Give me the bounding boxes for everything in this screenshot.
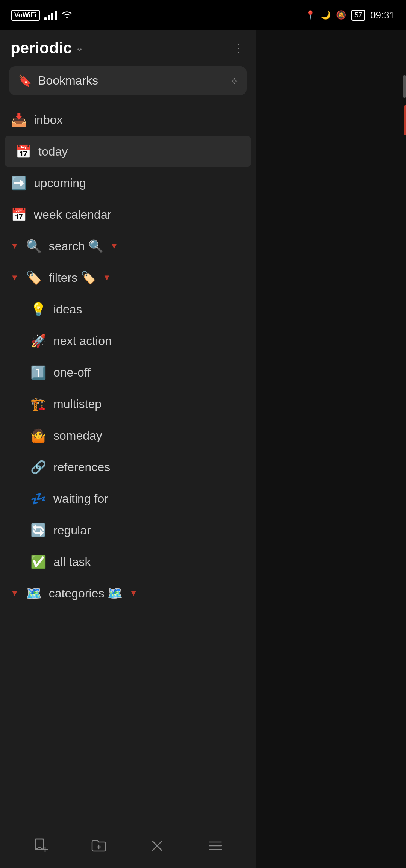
inbox-icon: 📥 <box>11 112 27 127</box>
status-bar: VoWiFi 📍 🌙 🔕 57 09:31 <box>0 0 406 30</box>
sidebar-item-today[interactable]: 📅 today <box>5 136 251 167</box>
svg-rect-0 <box>35 839 44 850</box>
ideas-icon: 💡 <box>30 302 47 317</box>
categories-collapse-arrow: ▼ <box>11 588 19 598</box>
sidebar-item-upcoming[interactable]: ➡️ upcoming <box>0 167 256 199</box>
bookmarks-expand-icon: ⟡ <box>231 75 238 86</box>
scroll-indicator <box>403 75 406 98</box>
filters-label: filters 🏷️ <box>49 271 96 285</box>
app-header: periodic ⌄ ⋮ <box>0 30 256 63</box>
upcoming-label: upcoming <box>34 176 86 190</box>
search-icon: 🔍 <box>26 239 42 254</box>
signal-bar-1 <box>44 17 47 20</box>
battery-indicator: 57 <box>351 10 365 21</box>
today-label: today <box>38 145 68 159</box>
someday-label: someday <box>53 429 102 443</box>
next-action-icon: 🚀 <box>30 333 47 348</box>
add-folder-button[interactable] <box>83 834 115 858</box>
menu-button[interactable] <box>200 834 231 858</box>
sidebar-item-references[interactable]: 🔗 references <box>0 451 256 483</box>
regular-label: regular <box>53 523 91 537</box>
sidebar: periodic ⌄ ⋮ 🔖 Bookmarks ⟡ 📥 inbox 📅 to <box>0 30 256 868</box>
nav-list: 📥 inbox 📅 today ➡️ upcoming 📅 week calen… <box>0 101 256 823</box>
main-container: periodic ⌄ ⋮ 🔖 Bookmarks ⟡ 📥 inbox 📅 to <box>0 30 406 868</box>
next-action-label: next action <box>53 334 112 348</box>
app-title-text: periodic <box>11 39 72 57</box>
sidebar-item-next-action[interactable]: 🚀 next action <box>0 325 256 357</box>
waiting-for-label: waiting for <box>53 492 108 506</box>
regular-icon: 🔄 <box>30 523 47 538</box>
all-task-icon: ✅ <box>30 554 47 569</box>
hamburger-menu-icon <box>207 838 224 854</box>
filters-collapse-arrow: ▼ <box>11 273 19 283</box>
sidebar-item-regular[interactable]: 🔄 regular <box>0 514 256 546</box>
location-icon: 📍 <box>305 10 315 20</box>
sidebar-item-one-off[interactable]: 1️⃣ one-off <box>0 357 256 388</box>
bookmarks-label: Bookmarks <box>38 74 98 88</box>
right-panel <box>256 30 406 868</box>
sidebar-item-categories[interactable]: ▼ 🗺️ categories 🗺️ ▼ <box>0 578 256 609</box>
sidebar-item-waiting-for[interactable]: 💤 waiting for <box>0 483 256 514</box>
bell-muted-icon: 🔕 <box>336 10 346 20</box>
status-right: 📍 🌙 🔕 57 09:31 <box>305 9 395 21</box>
filters-options-arrow: ▼ <box>103 273 111 283</box>
red-side-indicator <box>404 105 406 135</box>
one-off-icon: 1️⃣ <box>30 365 47 380</box>
waiting-for-icon: 💤 <box>30 491 47 506</box>
sidebar-item-filters[interactable]: ▼ 🏷️ filters 🏷️ ▼ <box>0 262 256 293</box>
multistep-icon: 🏗️ <box>30 396 47 411</box>
week-calendar-label: week calendar <box>34 208 111 222</box>
sidebar-item-multistep[interactable]: 🏗️ multistep <box>0 388 256 420</box>
add-folder-icon <box>91 838 107 854</box>
today-icon: 📅 <box>15 144 32 159</box>
references-icon: 🔗 <box>30 460 47 475</box>
one-off-label: one-off <box>53 366 91 380</box>
signal-bar-2 <box>48 15 50 20</box>
close-icon <box>149 838 165 854</box>
someday-icon: 🤷 <box>30 428 47 443</box>
search-collapse-arrow: ▼ <box>11 241 19 251</box>
signal-bar-4 <box>55 11 57 20</box>
multistep-label: multistep <box>53 397 102 411</box>
categories-icon: 🗺️ <box>26 586 42 601</box>
close-button[interactable] <box>141 834 173 858</box>
sidebar-item-someday[interactable]: 🤷 someday <box>0 420 256 451</box>
search-label: search 🔍 <box>49 239 103 253</box>
more-options-button[interactable]: ⋮ <box>232 41 245 55</box>
sidebar-item-all-task[interactable]: ✅ all task <box>0 546 256 578</box>
ideas-label: ideas <box>53 302 82 316</box>
add-bookmark-icon <box>32 838 49 854</box>
sidebar-item-ideas[interactable]: 💡 ideas <box>0 293 256 325</box>
sidebar-item-search[interactable]: ▼ 🔍 search 🔍 ▼ <box>0 230 256 262</box>
sidebar-item-week-calendar[interactable]: 📅 week calendar <box>0 199 256 230</box>
signal-bar-3 <box>51 13 53 20</box>
bookmarks-left: 🔖 Bookmarks <box>18 74 98 88</box>
categories-options-arrow: ▼ <box>129 588 138 598</box>
bookmarks-selector[interactable]: 🔖 Bookmarks ⟡ <box>9 66 247 95</box>
vowifi-indicator: VoWiFi <box>11 10 40 21</box>
all-task-label: all task <box>53 555 91 569</box>
sidebar-item-inbox[interactable]: 📥 inbox <box>0 104 256 136</box>
title-dropdown-arrow: ⌄ <box>76 43 83 53</box>
add-bookmark-button[interactable] <box>25 834 56 858</box>
inbox-label: inbox <box>34 113 63 127</box>
week-calendar-icon: 📅 <box>11 207 27 222</box>
references-label: references <box>53 460 110 474</box>
upcoming-icon: ➡️ <box>11 175 27 191</box>
search-options-arrow: ▼ <box>110 241 118 251</box>
filters-icon: 🏷️ <box>26 270 42 285</box>
signal-bars <box>44 10 57 20</box>
moon-icon: 🌙 <box>321 10 331 20</box>
categories-label: categories 🗺️ <box>49 586 123 600</box>
clock: 09:31 <box>370 9 395 21</box>
status-left: VoWiFi <box>11 9 73 21</box>
bottom-toolbar <box>0 823 256 868</box>
app-title-container[interactable]: periodic ⌄ <box>11 39 83 57</box>
wifi-icon <box>61 9 73 21</box>
bookmarks-icon: 🔖 <box>18 74 32 87</box>
